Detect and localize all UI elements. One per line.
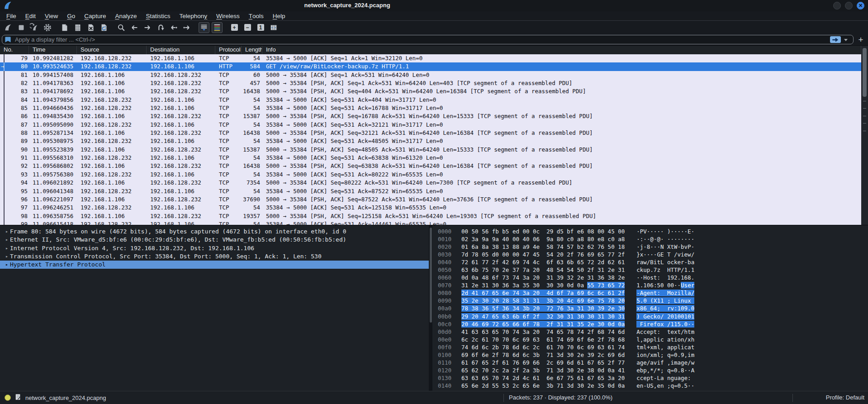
hex-bytes[interactable]: 35 2e 30 20 28 58 31 31 3b 20 4c 69 6e 7… bbox=[461, 297, 625, 304]
expand-arrow-icon[interactable]: ▸ bbox=[4, 228, 10, 236]
hex-ascii[interactable]: ckup.7z HTTP/1.1 bbox=[636, 266, 694, 274]
hex-bytes[interactable]: 31 2e 31 30 36 3a 35 30 30 30 0d 0a 55 7… bbox=[461, 281, 625, 289]
hex-row[interactable]: 00c020 46 69 72 65 66 6f 78 2f 31 31 35 … bbox=[438, 320, 868, 328]
column-header-info[interactable]: Info bbox=[262, 46, 861, 54]
menu-item-telephony[interactable]: Telephony bbox=[175, 11, 212, 20]
apply-filter-button[interactable] bbox=[830, 36, 841, 43]
hex-row[interactable]: 00b029 20 47 65 63 6b 6f 2f 32 30 31 30 … bbox=[438, 313, 868, 320]
packet-row[interactable]: 9711.096246251192.168.128.232192.168.1.1… bbox=[0, 204, 861, 212]
hex-row[interactable]: 009035 2e 30 20 28 58 31 31 3b 20 4c 69 … bbox=[438, 297, 868, 304]
go-forward-icon[interactable] bbox=[142, 22, 153, 33]
filter-dropdown-caret[interactable] bbox=[844, 39, 848, 41]
minimize-button[interactable] bbox=[833, 2, 841, 10]
hex-row[interactable]: 013063 63 65 70 74 2d 4c 61 6e 67 75 61 … bbox=[438, 374, 868, 382]
go-to-packet-icon[interactable] bbox=[155, 22, 166, 33]
hex-bytes[interactable]: 65 62 70 2c 2a 2f 2a 3b 71 3d 30 2e 38 0… bbox=[461, 366, 625, 374]
last-packet-icon[interactable] bbox=[181, 22, 192, 33]
packet-row[interactable]: 9011.095523839192.168.1.106192.168.128.2… bbox=[0, 146, 861, 154]
column-header-destination[interactable]: Destination bbox=[147, 46, 215, 54]
hex-row[interactable]: 00307d 78 05 d0 00 00 47 45 54 20 2f 76 … bbox=[438, 251, 868, 258]
maximize-button[interactable] bbox=[845, 2, 853, 10]
hex-ascii[interactable]: ·:··@·@· ········ bbox=[636, 235, 694, 243]
hex-row[interactable]: 010069 6f 6e 2f 78 6d 6c 3b 71 3d 30 2e … bbox=[438, 351, 868, 359]
packet-row[interactable]: 8411.094379856192.168.128.232192.168.1.1… bbox=[0, 96, 861, 104]
hex-ascii[interactable]: ·PV····· )·····E· bbox=[636, 228, 694, 235]
packet-row[interactable]: 8511.094660436192.168.128.232192.168.1.1… bbox=[0, 104, 861, 112]
hex-ascii[interactable]: Firefox /115.0·· bbox=[636, 320, 694, 328]
packet-row[interactable]: 9211.095686802192.168.1.106192.168.128.2… bbox=[0, 162, 861, 170]
column-header-length[interactable]: Length bbox=[242, 46, 262, 54]
zoom-out-icon[interactable]: − bbox=[242, 22, 253, 33]
hex-bytes[interactable]: 61 67 65 2f 61 76 69 66 2c 69 6d 61 67 6… bbox=[461, 359, 625, 366]
hex-ascii[interactable]: 5.0 (X11 ; Linux bbox=[636, 297, 694, 304]
hex-row[interactable]: 004072 61 77 2f 42 69 74 4c 6f 63 6b 65 … bbox=[438, 258, 868, 266]
find-packet-icon[interactable] bbox=[116, 22, 127, 33]
hex-row[interactable]: 00f074 6d 6c 2b 78 6d 6c 2c 61 70 70 6c … bbox=[438, 343, 868, 351]
start-capture-icon[interactable] bbox=[3, 22, 14, 33]
hex-bytes[interactable]: 2d 41 67 65 6e 74 3a 20 4d 6f 7a 69 6c 6… bbox=[461, 289, 625, 297]
reload-file-icon[interactable] bbox=[99, 22, 109, 33]
hex-row[interactable]: 000000 50 56 fb b5 ed 00 0c 29 d5 bf e6 … bbox=[438, 228, 868, 235]
packet-row[interactable]: 8811.095287134192.168.1.106192.168.128.2… bbox=[0, 129, 861, 137]
packet-row[interactable]: 8110.994157408192.168.1.106192.168.128.2… bbox=[0, 71, 861, 79]
auto-scroll-icon[interactable] bbox=[199, 22, 209, 33]
save-file-icon[interactable] bbox=[72, 22, 83, 33]
resize-columns-icon[interactable] bbox=[268, 22, 279, 33]
first-packet-icon[interactable] bbox=[168, 22, 179, 33]
hex-bytes[interactable]: 0d 0a 48 6f 73 74 3a 20 31 39 32 2e 31 3… bbox=[461, 274, 625, 281]
hex-bytes[interactable]: 20 46 69 72 65 66 6f 78 2f 31 31 35 2e 3… bbox=[461, 320, 625, 328]
hex-row[interactable]: 001002 3a 9a 9a 40 00 40 06 9a 80 c0 a8 … bbox=[438, 235, 868, 243]
menu-item-go[interactable]: Go bbox=[62, 11, 80, 20]
expert-info-icon[interactable] bbox=[5, 394, 11, 401]
hex-bytes[interactable]: 6c 2c 61 70 70 6c 69 63 61 74 69 6f 6e 2… bbox=[461, 336, 625, 343]
hex-ascii[interactable]: en-US,en ;q=0.5·· bbox=[636, 382, 694, 390]
close-button[interactable]: ✕ bbox=[857, 2, 864, 10]
normal-size-icon[interactable]: 1 bbox=[255, 22, 266, 33]
bytes-scrollbar-thumb[interactable] bbox=[430, 228, 432, 323]
packet-row[interactable]: 8211.094178363192.168.1.106192.168.128.2… bbox=[0, 79, 861, 87]
packet-row[interactable]: →8010.993524635192.168.128.232192.168.1.… bbox=[0, 62, 861, 71]
hex-row[interactable]: 00600d 0a 48 6f 73 74 3a 20 31 39 32 2e … bbox=[438, 274, 868, 281]
hex-bytes[interactable]: 02 3a 9a 9a 40 00 40 06 9a 80 c0 a8 80 e… bbox=[461, 235, 625, 243]
menu-item-wireless[interactable]: Wireless bbox=[212, 11, 244, 20]
hex-ascii[interactable]: tml+xml, applicat bbox=[636, 343, 694, 351]
hex-ascii[interactable]: age/avif ,image/w bbox=[636, 359, 694, 366]
hex-ascii[interactable]: }x····GE T /view/ bbox=[636, 251, 694, 258]
expand-arrow-icon[interactable]: ▸ bbox=[4, 236, 10, 244]
packet-row[interactable]: 9811.096358756192.168.1.106192.168.128.2… bbox=[0, 212, 861, 220]
hex-row[interactable]: 005063 6b 75 70 2e 37 7a 20 48 54 54 50 … bbox=[438, 266, 868, 274]
hex-row[interactable]: 011061 67 65 2f 61 76 69 66 2c 69 6d 61 … bbox=[438, 359, 868, 366]
hex-bytes[interactable]: 29 20 47 65 63 6b 6f 2f 32 30 31 30 30 3… bbox=[461, 313, 625, 320]
hex-row[interactable]: 00802d 41 67 65 6e 74 3a 20 4d 6f 7a 69 … bbox=[438, 289, 868, 297]
hex-ascii[interactable]: ··Host: 192.168. bbox=[636, 274, 694, 281]
packet-row[interactable]: 9311.095756380192.168.128.232192.168.1.1… bbox=[0, 171, 861, 179]
menu-item-statistics[interactable]: Statistics bbox=[141, 11, 175, 20]
hex-ascii[interactable]: ebp,*/*; q=0.8··A bbox=[636, 366, 694, 374]
detail-line[interactable]: ▸Ethernet II, Src: VMware_d5:bf:e6 (00:0… bbox=[0, 236, 429, 244]
add-filter-button-plus[interactable]: + bbox=[855, 35, 866, 45]
hex-bytes[interactable]: 78 38 36 5f 36 34 3b 20 72 76 3a 31 30 3… bbox=[461, 304, 625, 312]
menu-item-tools[interactable]: Tools bbox=[244, 11, 268, 20]
hex-ascii[interactable]: l,applic ation/xh bbox=[636, 336, 694, 343]
hex-bytes[interactable]: 74 6d 6c 2b 78 6d 6c 2c 61 70 70 6c 69 6… bbox=[461, 343, 625, 351]
hex-row[interactable]: 00a078 38 36 5f 36 34 3b 20 72 76 3a 31 … bbox=[438, 304, 868, 312]
menu-item-view[interactable]: View bbox=[40, 11, 62, 20]
packet-row[interactable]: 8311.094178692192.168.1.106192.168.128.2… bbox=[0, 87, 861, 95]
hex-bytes[interactable]: 63 63 65 70 74 2d 4c 61 6e 67 75 61 67 6… bbox=[461, 374, 625, 382]
hex-ascii[interactable]: Accept: text/htm bbox=[636, 328, 694, 336]
menu-item-analyze[interactable]: Analyze bbox=[110, 11, 141, 20]
scrollbar-thumb[interactable] bbox=[863, 48, 867, 97]
capture-comment-icon[interactable] bbox=[15, 394, 21, 402]
packet-row[interactable]: 8611.094835430192.168.1.106192.168.128.2… bbox=[0, 112, 861, 120]
packet-row[interactable]: 9411.096021892192.168.1.106192.168.128.2… bbox=[0, 179, 861, 187]
column-header-protocol[interactable]: Protocol bbox=[215, 46, 242, 54]
packet-list-scrollbar[interactable] bbox=[861, 46, 868, 225]
open-file-icon[interactable] bbox=[59, 22, 70, 33]
hex-ascii[interactable]: ) Gecko/ 20100101 bbox=[636, 313, 694, 320]
menu-item-capture[interactable]: Capture bbox=[80, 11, 110, 20]
detail-line[interactable]: ▸Transmission Control Protocol, Src Port… bbox=[0, 252, 429, 261]
colorize-icon[interactable] bbox=[212, 22, 223, 33]
packet-row[interactable]: 9911.096615418192.168.128.232192.168.1.1… bbox=[0, 220, 861, 225]
pane-splitter[interactable] bbox=[429, 225, 432, 391]
packet-row[interactable]: 9111.095568310192.168.128.232192.168.1.1… bbox=[0, 154, 861, 162]
